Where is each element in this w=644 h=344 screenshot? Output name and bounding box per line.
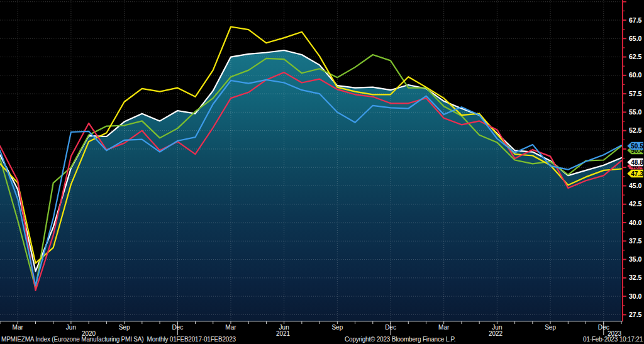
x-month-label: Dec xyxy=(385,324,396,331)
y-tick-label: 30.0 xyxy=(629,292,642,300)
last-value-badge-label: 50.5 xyxy=(631,143,643,150)
area-fill xyxy=(0,50,621,321)
y-tick-label: 40.0 xyxy=(629,219,642,226)
value-badges: 50.448.450.548.847.3 xyxy=(627,142,643,178)
x-month-label: Sep xyxy=(545,324,556,331)
x-month-label: Sep xyxy=(119,324,130,331)
y-tick-label: 45.0 xyxy=(629,182,642,189)
y-tick-label: 42.5 xyxy=(629,200,642,208)
y-tick-label: 52.5 xyxy=(629,126,642,134)
y-tick-label: 55.0 xyxy=(629,108,642,116)
chart-title: MPMIEZMA Index (Eurozone Manufacturing P… xyxy=(1,336,236,344)
y-tick-label: 57.5 xyxy=(629,90,642,97)
y-tick-label: 67.5 xyxy=(629,16,642,24)
x-year-label: 2022 xyxy=(489,330,503,337)
y-tick-label: 32.5 xyxy=(629,274,642,281)
y-tick-label: 27.5 xyxy=(629,311,642,318)
x-month-label: Mar xyxy=(438,324,450,331)
bottom-axis: MarJunSepDecMarJunSepDecMarJunSepDec2020… xyxy=(0,321,623,337)
x-month-label: Dec xyxy=(172,324,183,331)
x-month-label: Mar xyxy=(225,324,236,331)
main-series-area xyxy=(0,50,621,321)
x-month-label: Mar xyxy=(13,324,24,331)
pmi-chart-canvas[interactable]: MarJunSepDecMarJunSepDecMarJunSepDec2020… xyxy=(0,0,644,344)
y-tick-label: 60.0 xyxy=(629,71,642,79)
y-tick-label: 65.0 xyxy=(629,35,642,42)
timestamp: 01-Feb-2023 10:17:21 xyxy=(583,336,643,344)
y-tick-label: 35.0 xyxy=(629,255,642,263)
last-value-badge-label: 48.8 xyxy=(631,159,643,166)
x-year-label: 2021 xyxy=(276,330,291,337)
y-tick-label: 37.5 xyxy=(629,237,642,245)
y-tick-label: 62.5 xyxy=(629,53,642,60)
x-month-label: Sep xyxy=(331,324,343,331)
x-month-label: Jun xyxy=(66,324,76,331)
last-value-badge-label: 47.3 xyxy=(631,170,643,177)
bloomberg-chart-window: MarJunSepDecMarJunSepDecMarJunSepDec2020… xyxy=(0,0,644,344)
copyright-text: Copyright© 2023 Bloomberg Finance L.P. xyxy=(345,336,455,344)
